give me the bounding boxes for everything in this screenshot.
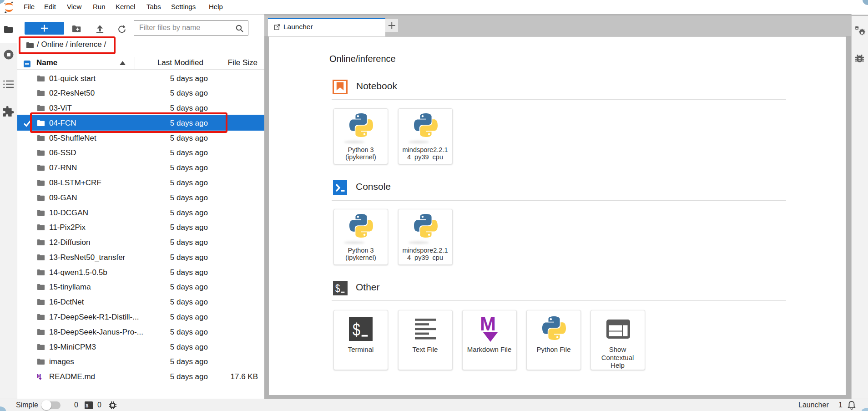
svg-text:M: M <box>480 317 496 335</box>
svg-text:$: $ <box>335 283 340 295</box>
svg-text:$_: $_ <box>86 403 91 408</box>
svg-text:$: $ <box>353 320 360 340</box>
svg-text:M: M <box>37 373 41 379</box>
